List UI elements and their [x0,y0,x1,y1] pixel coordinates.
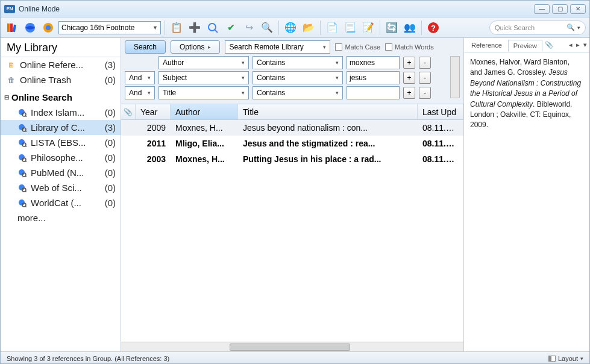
insert-citation-icon[interactable]: 📄 [324,20,340,36]
operator-select[interactable]: Contains▾ [253,86,343,99]
collapse-icon[interactable]: ⊟ [4,94,11,101]
search-criteria-row: And▾ Subject▾ Contains▾ + - [125,71,448,84]
search-term-input[interactable] [347,86,400,99]
options-button-label: Options [180,43,204,51]
copy-icon[interactable]: 📋 [169,20,184,36]
bool-select[interactable]: And▾ [125,71,155,84]
sidebar-item-source[interactable]: PubMed (N... (0) [1,165,121,180]
search-term-input[interactable] [347,56,400,69]
sidebar-item-source[interactable]: LISTA (EBS... (0) [1,135,121,150]
column-last-updated[interactable]: Last Upd [418,104,463,119]
sidebar-item-label: more... [17,213,46,223]
quick-search-input[interactable]: Quick Search 🔍 ▾ [489,20,586,35]
next-reference-button[interactable]: ▸ [576,41,580,49]
table-row[interactable]: 2003 Moxnes, H... Putting Jesus in his p… [121,151,463,167]
layout-label: Layout [558,355,578,362]
add-row-button[interactable]: + [403,72,415,84]
chevron-down-icon: ▾ [323,44,326,50]
remove-row-button[interactable]: - [419,72,431,84]
sidebar-item-source[interactable]: Library of C... (3) [1,120,121,135]
paperclip-icon[interactable]: 📎 [545,41,553,49]
find-fulltext-icon[interactable]: 🔍 [259,20,275,36]
cite-while-write-icon[interactable]: 📝 [360,20,376,36]
center-panel: Search Options ▸ Search Remote Library ▾… [121,38,464,351]
globe-icon[interactable] [22,20,38,36]
svg-point-16 [19,139,25,145]
sidebar-item-source[interactable]: Index Islam... (0) [1,105,121,120]
svg-text:?: ? [431,24,436,33]
svg-point-10 [19,109,25,115]
search-button[interactable]: Search [125,40,166,54]
layout-button[interactable]: Layout ▾ [548,355,583,362]
maximize-button[interactable]: ▢ [552,4,568,14]
column-year[interactable]: Year [136,104,171,119]
sidebar-item-count: (0) [105,168,116,178]
table-row[interactable]: 2011 Mligo, Elia... Jesus and the stigma… [121,136,463,151]
sidebar-item-online-references[interactable]: 🗎 Online Refere... (3) [1,57,121,72]
sidebar-item-count: (0) [105,137,116,148]
share-icon[interactable]: 👥 [402,20,418,36]
sidebar-item-source[interactable]: WorldCat (... (0) [1,195,121,210]
table-row[interactable]: 2009 Moxnes, H... Jesus beyond nationali… [121,120,463,136]
sidebar-item-more[interactable]: more... [1,210,121,225]
horizontal-scrollbar[interactable] [121,342,463,351]
match-words-checkbox[interactable]: Match Words [385,43,434,51]
sidebar-item-source[interactable]: Web of Sci... (0) [1,180,121,195]
field-select[interactable]: Subject▾ [158,71,249,84]
svg-point-5 [46,25,51,30]
chevron-right-icon: ▸ [208,44,211,50]
options-button[interactable]: Options ▸ [171,40,220,54]
svg-line-12 [25,116,27,117]
online-search-icon[interactable] [205,20,221,36]
operator-select[interactable]: Contains▾ [253,56,343,69]
integrated-mode-icon[interactable] [40,20,56,36]
bool-select[interactable]: And▾ [125,86,155,99]
search-scope-select[interactable]: Search Remote Library ▾ [225,40,330,54]
field-select[interactable]: Author▾ [158,56,249,69]
match-case-checkbox[interactable]: Match Case [335,43,380,51]
help-icon[interactable]: ? [425,20,441,36]
column-attachment[interactable]: 📎 [121,104,136,119]
sidebar-item-online-trash[interactable]: 🗑 Online Trash (0) [1,72,121,87]
citation-style-select[interactable]: Chicago 16th Footnote ▼ [58,21,161,34]
open-link-icon[interactable]: 🌐 [283,20,298,36]
remove-row-button[interactable]: - [419,57,431,69]
import-icon[interactable]: ✔ [223,20,239,36]
checkbox-label: Match Words [395,43,434,51]
minimize-button[interactable]: — [534,4,550,14]
column-title[interactable]: Title [238,104,418,119]
format-icon[interactable]: 📃 [342,20,358,36]
export-icon[interactable]: ↪ [241,20,257,36]
sidebar-item-label: PubMed (N... [31,168,84,178]
sidebar-group-online-search[interactable]: ⊟ Online Search [1,87,121,105]
svg-line-24 [25,176,27,177]
new-reference-icon[interactable]: ➕ [187,20,202,36]
window-title: Online Mode [19,5,60,13]
preview-panel: Reference Preview 📎 ◂ ▸ ▾ Moxnes, Halvor… [464,38,589,351]
panel-menu-button[interactable]: ▾ [583,41,587,49]
sidebar-item-source[interactable]: Philosophe... (0) [1,150,121,165]
sidebar-item-label: Online Trash [20,75,71,85]
operator-select[interactable]: Contains▾ [253,71,343,84]
svg-rect-1 [10,24,13,32]
search-term-input[interactable] [347,71,400,84]
field-select[interactable]: Title▾ [158,86,249,99]
add-row-button[interactable]: + [403,87,415,99]
scrollbar-thumb[interactable] [230,344,350,351]
chevron-down-icon: ▾ [580,356,583,362]
criteria-scrollbar[interactable] [450,56,460,98]
tab-reference[interactable]: Reference [466,40,507,51]
note-icon: 🗎 [7,60,16,70]
svg-point-19 [19,154,25,160]
remove-row-button[interactable]: - [419,87,431,99]
svg-rect-0 [7,24,10,32]
open-folder-icon[interactable]: 📂 [301,20,316,36]
checkbox-label: Match Case [345,43,380,51]
tab-preview[interactable]: Preview [508,40,542,52]
column-author[interactable]: Author [171,104,238,119]
sync-icon[interactable]: 🔄 [384,20,400,36]
add-row-button[interactable]: + [403,57,415,69]
close-button[interactable]: ✕ [570,4,586,14]
library-icon[interactable] [4,20,20,36]
prev-reference-button[interactable]: ◂ [569,41,573,49]
